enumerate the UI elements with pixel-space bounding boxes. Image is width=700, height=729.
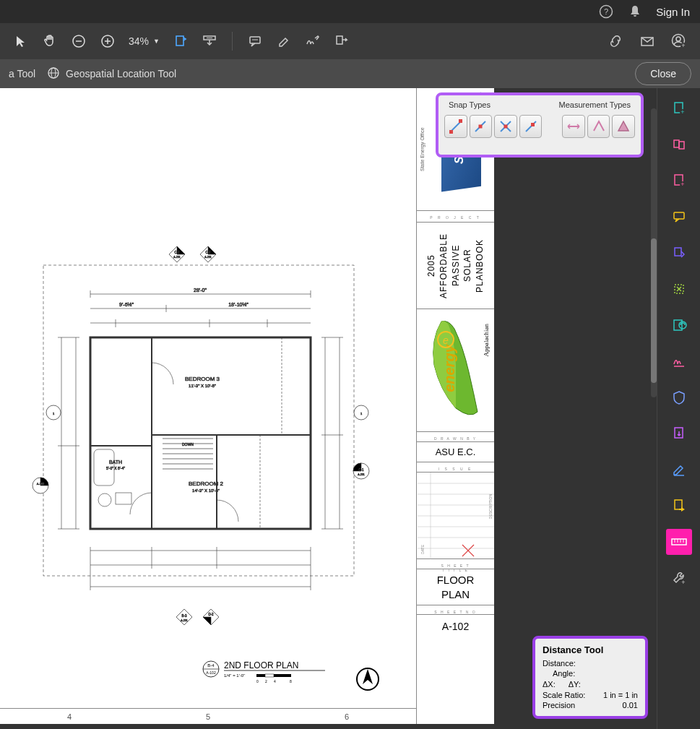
combine-files-icon[interactable] xyxy=(666,131,692,158)
svg-text:2ND FLOOR PLAN: 2ND FLOOR PLAN xyxy=(224,660,298,670)
main-toolbar: 34%▼ + xyxy=(0,23,700,59)
snap-types-panel: Snap Types Measurement Types xyxy=(436,92,644,158)
svg-rect-139 xyxy=(674,212,684,219)
project-l4: PLANBOOK xyxy=(475,238,485,292)
zoom-in-icon[interactable] xyxy=(95,29,120,53)
svg-text:4: 4 xyxy=(274,679,276,683)
fit-page-icon[interactable] xyxy=(168,29,193,53)
protect-icon[interactable] xyxy=(666,384,692,410)
svg-text:14'-3" X 10'-8": 14'-3" X 10'-8" xyxy=(192,488,220,493)
measure-area-button[interactable] xyxy=(612,115,635,138)
svg-rect-135 xyxy=(679,142,684,149)
notifications-icon[interactable] xyxy=(627,4,643,20)
svg-rect-147 xyxy=(675,500,682,509)
svg-rect-162 xyxy=(504,125,508,129)
app-topbar: ? Sign In xyxy=(0,0,700,23)
measure-perimeter-button[interactable] xyxy=(587,115,610,138)
svg-text:BEDROOM 3: BEDROOM 3 xyxy=(185,376,220,382)
project-label: P R O J E C T xyxy=(417,211,494,223)
issue-label: I S S U E xyxy=(417,462,494,473)
svg-rect-110 xyxy=(274,674,291,677)
sheet-number: A-102 xyxy=(417,615,494,638)
svg-text:+: + xyxy=(680,108,684,116)
delta-x-label: ΔX: xyxy=(543,680,556,689)
snap-path-button[interactable] xyxy=(519,115,543,138)
scale-ratio-label: Scale Ratio: xyxy=(543,691,585,699)
fill-sign-icon[interactable] xyxy=(666,348,692,374)
sign-in-link[interactable]: Sign In xyxy=(656,6,690,18)
svg-text:D-2: D-2 xyxy=(208,613,214,616)
ruler-tick: 5 xyxy=(206,712,210,721)
north-arrow-icon xyxy=(355,667,380,691)
distance-tool-panel: Distance Tool Distance: Angle: ΔX: ΔY: S… xyxy=(532,636,648,719)
help-icon[interactable]: ? xyxy=(598,4,614,20)
selection-tool-icon[interactable] xyxy=(9,29,33,53)
stamp-icon[interactable] xyxy=(329,29,354,53)
scale-ratio-value: 1 in = 1 in xyxy=(603,691,638,699)
svg-rect-156 xyxy=(449,130,453,134)
svg-text:DOWN: DOWN xyxy=(182,442,194,447)
globe-icon xyxy=(47,66,60,82)
svg-text:e: e xyxy=(443,335,449,346)
organize-pages-icon[interactable] xyxy=(666,240,692,266)
svg-text:C-2: C-2 xyxy=(205,251,211,254)
svg-text:energy: energy xyxy=(441,344,457,392)
snap-intersection-button[interactable] xyxy=(494,115,517,138)
zoom-out-icon[interactable] xyxy=(66,29,91,53)
compress-icon[interactable] xyxy=(666,276,692,302)
snap-endpoint-button[interactable] xyxy=(444,115,467,138)
svg-line-155 xyxy=(451,121,461,131)
measure-tool-icon[interactable] xyxy=(666,529,692,555)
geospatial-tool[interactable]: Geospatial Location Tool xyxy=(47,66,176,82)
scrollbar-thumb[interactable] xyxy=(651,238,657,383)
ruler-tick: 4 xyxy=(67,712,72,721)
svg-text:A-201: A-201 xyxy=(204,256,211,259)
object-data-tool[interactable]: a Tool xyxy=(9,68,35,79)
svg-text:11'-3" X 10'-8": 11'-3" X 10'-8" xyxy=(189,384,216,388)
svg-text:+: + xyxy=(680,181,684,188)
prepare-form-icon[interactable] xyxy=(666,457,692,483)
edit-pdf-icon[interactable]: + xyxy=(666,168,692,194)
date-label: DATE xyxy=(420,545,425,554)
comment-panel-icon[interactable] xyxy=(666,204,692,230)
drawn-by: ASU E.C. xyxy=(417,442,494,462)
measure-distance-button[interactable] xyxy=(562,115,585,138)
svg-point-29 xyxy=(98,493,111,506)
distance-label: Distance: xyxy=(543,659,576,668)
drawing-titleblock: State Energy Office STATE P R O J E C T … xyxy=(416,88,494,724)
hand-tool-icon[interactable] xyxy=(38,29,62,53)
send-for-comments-icon[interactable] xyxy=(666,493,692,519)
svg-rect-157 xyxy=(459,119,462,123)
svg-text:BATH: BATH xyxy=(109,460,122,465)
export-pdf-icon[interactable] xyxy=(666,420,692,447)
svg-text:BEDROOM 2: BEDROOM 2 xyxy=(189,480,224,487)
sign-icon[interactable] xyxy=(301,29,325,53)
svg-rect-7 xyxy=(176,36,183,46)
reading-mode-icon[interactable] xyxy=(197,29,222,53)
svg-text:1/4" = 1'-0": 1/4" = 1'-0" xyxy=(224,673,245,678)
close-button[interactable]: Close xyxy=(635,62,691,85)
project-year: 2005 xyxy=(426,254,436,277)
drawn-by-label: D R A W N B Y xyxy=(417,432,494,442)
document-area[interactable]: BEDROOM 3 11'-3" X 10'-8" BEDROOM 2 14'-… xyxy=(0,88,657,729)
highlight-icon[interactable] xyxy=(272,29,296,53)
more-tools-icon[interactable]: + xyxy=(666,565,692,591)
label: Geospatial Location Tool xyxy=(66,68,176,79)
redact-icon[interactable] xyxy=(666,312,692,338)
svg-marker-99 xyxy=(203,617,211,625)
snap-midpoint-button[interactable] xyxy=(470,115,493,138)
account-icon[interactable]: + xyxy=(667,29,691,53)
link-icon[interactable] xyxy=(603,29,628,53)
comment-icon[interactable] xyxy=(243,29,267,53)
svg-text:2: 2 xyxy=(265,679,267,683)
svg-rect-30 xyxy=(116,493,131,504)
sheet-title-2: PLAN xyxy=(441,587,470,602)
vertical-scrollbar[interactable] xyxy=(651,108,657,397)
sheet-title-1: FLOOR xyxy=(437,573,475,587)
create-pdf-icon[interactable]: + xyxy=(666,95,692,121)
zoom-level-dropdown[interactable]: 34%▼ xyxy=(124,35,164,47)
email-icon[interactable] xyxy=(635,29,660,53)
description-label: DESCRIPTION xyxy=(488,494,493,519)
svg-text:A-201: A-201 xyxy=(181,619,187,622)
right-tool-sidebar: + + + xyxy=(657,88,700,729)
